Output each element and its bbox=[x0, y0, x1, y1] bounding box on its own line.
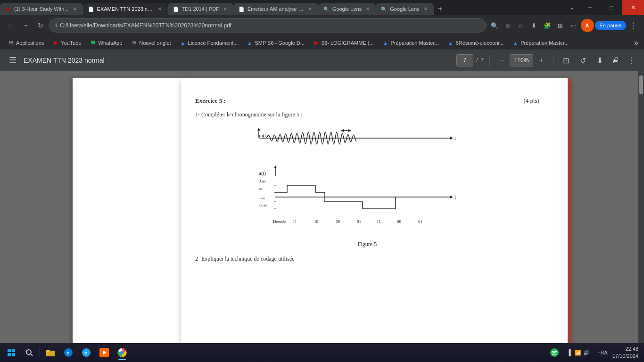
bookmark-logi-icon: ▶ bbox=[313, 40, 320, 46]
bookmark-prep2[interactable]: ▲ Préparation Master... bbox=[508, 38, 572, 48]
main-layout: ▶ (1) 3-Hour Study With... ✕ 📄 EXAMEN TT… bbox=[0, 0, 644, 362]
forward-button[interactable]: → bbox=[19, 19, 32, 32]
figure-5-svg: m(t) t bbox=[249, 124, 485, 237]
bookmark-licence[interactable]: ▲ Licence Fondament... bbox=[176, 38, 242, 48]
taskbar-file-explorer[interactable] bbox=[42, 344, 59, 361]
tab-5-label: Google Lens bbox=[332, 6, 362, 12]
address-input[interactable]: ℹ C:/Users/elle/Downloads/EXAMEN%20TTN%2… bbox=[49, 18, 487, 33]
tab-2-close[interactable]: ✕ bbox=[157, 6, 163, 12]
pdf-menu-button[interactable]: ☰ bbox=[6, 53, 20, 67]
pdf-download-button[interactable]: ⬇ bbox=[593, 54, 606, 67]
sidebar-button[interactable]: ▭ bbox=[568, 19, 580, 32]
bookmark-smp[interactable]: ▲ SMP S6 - Google D... bbox=[242, 38, 308, 48]
bookmark-whatsapp-icon: W bbox=[90, 40, 97, 46]
grid-button[interactable]: ⊞ bbox=[554, 19, 567, 32]
lock-icon: ℹ bbox=[55, 23, 57, 29]
tab-5[interactable]: 🔍 Google Lens ✕ bbox=[318, 3, 376, 15]
taskbar-edge[interactable]: e bbox=[60, 344, 77, 361]
taskbar-divider-1 bbox=[40, 347, 40, 358]
back-button[interactable]: ← bbox=[4, 19, 17, 32]
new-tab-button[interactable]: + bbox=[434, 3, 447, 15]
svg-line-36 bbox=[31, 354, 33, 356]
tab-2[interactable]: 📄 EXAMEN TTN 2023 nor... ✕ bbox=[83, 3, 168, 15]
bookmarks-more-button[interactable]: » bbox=[632, 38, 640, 48]
tab-4[interactable]: 📄 Émetteur AM analyse s... ✕ bbox=[233, 3, 318, 15]
pdf-rotate-button[interactable]: ↺ bbox=[576, 54, 589, 67]
tab-3[interactable]: 📄 TD1 2014 | PDF ✕ bbox=[168, 3, 233, 15]
start-button[interactable] bbox=[3, 344, 20, 361]
pdf-title: EXAMEN TTN 2023 normal bbox=[24, 57, 453, 64]
tab-4-label: Émetteur AM analyse s... bbox=[248, 6, 304, 12]
star-button[interactable]: ☆ bbox=[515, 19, 527, 32]
svg-text:11: 11 bbox=[377, 219, 381, 224]
tab-overflow-button[interactable]: ⌄ bbox=[565, 0, 579, 15]
svg-marker-2 bbox=[257, 128, 260, 131]
tab-4-close[interactable]: ✕ bbox=[307, 6, 314, 12]
taskbar-media-player[interactable] bbox=[96, 344, 113, 361]
tab-5-favicon: 🔍 bbox=[323, 6, 330, 12]
reload-button[interactable]: ↻ bbox=[34, 19, 47, 32]
pdf-scroll-area[interactable]: Exercice 5 : (4 pts) 1- Compléter le chr… bbox=[0, 71, 644, 362]
extensions-button[interactable]: 🧩 bbox=[541, 19, 553, 32]
pdf-more-button[interactable]: ⋮ bbox=[625, 54, 638, 67]
pdf-zoom-controls: − + bbox=[495, 54, 547, 66]
pdf-page-total: 7 bbox=[480, 57, 484, 64]
chrome-menu-button[interactable]: ⋮ bbox=[627, 19, 640, 32]
pdf-print-button[interactable]: 🖨 bbox=[609, 54, 622, 67]
bookmark-applications-icon: ⊞ bbox=[8, 40, 14, 46]
pdf-page: Exercice 5 : (4 pts) 1- Compléter le chr… bbox=[181, 78, 568, 352]
tab-5-close[interactable]: ✕ bbox=[364, 6, 371, 12]
bookmark-prep1[interactable]: ▲ Préparation Master... bbox=[379, 38, 443, 48]
taskbar-chrome[interactable] bbox=[114, 344, 131, 361]
svg-text:t: t bbox=[454, 194, 456, 200]
tab-3-close[interactable]: ✕ bbox=[222, 6, 229, 12]
taskbar: e e bbox=[0, 343, 644, 362]
en-pause-button[interactable]: En pause bbox=[595, 21, 626, 30]
media-player-icon bbox=[99, 348, 109, 357]
taskbar-search-button[interactable] bbox=[21, 344, 38, 361]
scrollbar-track[interactable] bbox=[638, 71, 644, 362]
bookmark-prep1-icon: ▲ bbox=[382, 40, 389, 46]
taskbar-spotify[interactable] bbox=[546, 344, 563, 361]
svg-text:a₀: a₀ bbox=[259, 186, 263, 191]
tab-1-close[interactable]: ✕ bbox=[72, 6, 78, 12]
bookmark-applications[interactable]: ⊞ Applications bbox=[4, 38, 48, 48]
maximize-button[interactable]: □ bbox=[601, 0, 622, 15]
bookmark-whatsapp[interactable]: W WhatsApp bbox=[86, 38, 126, 48]
profile-button[interactable]: A bbox=[581, 19, 594, 32]
pdf-zoom-out-button[interactable]: − bbox=[495, 54, 508, 66]
taskbar-right: ▌ 📶 🔊 FRA 22:48 17/10/2024 bbox=[546, 344, 641, 361]
taskbar-date-value: 17/10/2024 bbox=[612, 353, 638, 360]
windows-icon bbox=[7, 348, 16, 357]
share-button[interactable]: ⎋ bbox=[502, 19, 514, 32]
bookmark-logi[interactable]: ▶ 03- LOGIGRAMME (... bbox=[309, 38, 378, 48]
minimize-button[interactable]: ─ bbox=[579, 0, 601, 15]
download-button[interactable]: ⬇ bbox=[528, 19, 540, 32]
svg-text:t: t bbox=[454, 135, 456, 141]
pdf-zoom-input[interactable] bbox=[510, 54, 533, 66]
pdf-zoom-in-button[interactable]: + bbox=[535, 54, 547, 66]
pdf-page-input[interactable] bbox=[456, 54, 473, 66]
scrollbar-thumb[interactable] bbox=[639, 75, 643, 94]
bookmark-resume-label: 6Résumé-electroni... bbox=[456, 40, 504, 46]
tab-6[interactable]: 🔍 Google Lens ✕ bbox=[376, 3, 433, 15]
bookmark-new-tab[interactable]: ⊕ Nouvel onglet bbox=[127, 38, 174, 48]
tab-1[interactable]: ▶ (1) 3-Hour Study With... ✕ bbox=[0, 3, 83, 15]
title-bar: ▶ (1) 3-Hour Study With... ✕ 📄 EXAMEN TT… bbox=[0, 0, 644, 15]
pdf-fit-button[interactable]: ⊡ bbox=[559, 54, 572, 67]
bookmark-youtube[interactable]: ▶ YouTube bbox=[49, 38, 85, 48]
pdf-toolbar-right: ⬇ 🖨 ⋮ bbox=[593, 54, 638, 67]
svg-marker-4 bbox=[450, 137, 453, 140]
taskbar-time-value: 22:48 bbox=[612, 346, 638, 353]
search-action-button[interactable]: 🔍 bbox=[488, 19, 501, 32]
tab-6-close[interactable]: ✕ bbox=[422, 6, 429, 12]
svg-marker-8 bbox=[348, 129, 351, 132]
svg-rect-33 bbox=[8, 353, 11, 356]
bookmark-resume[interactable]: ▲ 6Résumé-electroni... bbox=[444, 38, 508, 48]
chrome-icon bbox=[117, 348, 127, 357]
bookmark-new-tab-label: Nouvel onglet bbox=[139, 40, 171, 46]
close-button[interactable]: ✕ bbox=[622, 0, 644, 15]
tab-3-label: TD1 2014 | PDF bbox=[182, 6, 219, 12]
taskbar-ie[interactable]: e bbox=[78, 344, 95, 361]
spotify-icon bbox=[550, 348, 559, 357]
